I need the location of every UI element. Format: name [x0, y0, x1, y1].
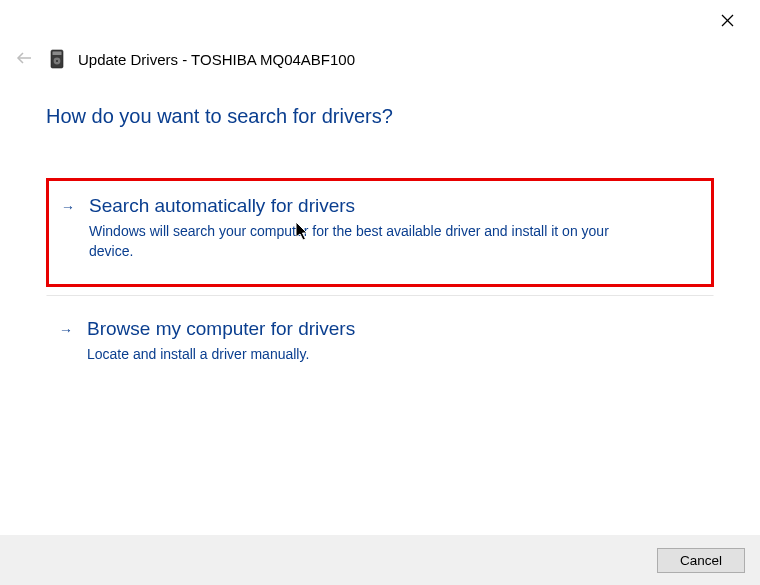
back-arrow-icon	[16, 52, 32, 64]
arrow-right-icon: →	[61, 199, 75, 215]
option-browse-manual[interactable]: → Browse my computer for drivers Locate …	[46, 295, 714, 387]
content-area: How do you want to search for drivers? →…	[46, 105, 714, 395]
close-icon	[721, 14, 734, 27]
cancel-button[interactable]: Cancel	[657, 548, 745, 573]
option-search-automatic[interactable]: → Search automatically for drivers Windo…	[46, 178, 714, 287]
footer-bar: Cancel	[0, 535, 760, 585]
page-heading: How do you want to search for drivers?	[46, 105, 714, 128]
option-description: Locate and install a driver manually.	[87, 344, 647, 364]
back-button	[12, 48, 36, 70]
option-description: Windows will search your computer for th…	[89, 221, 649, 262]
drive-icon	[50, 49, 64, 69]
arrow-right-icon: →	[59, 322, 73, 338]
window-header: Update Drivers - TOSHIBA MQ04ABF100	[12, 48, 355, 70]
svg-point-6	[56, 60, 58, 62]
svg-rect-4	[53, 52, 62, 56]
close-button[interactable]	[713, 10, 742, 34]
window-title: Update Drivers - TOSHIBA MQ04ABF100	[78, 51, 355, 68]
option-title: Browse my computer for drivers	[87, 318, 695, 340]
option-title: Search automatically for drivers	[89, 195, 693, 217]
